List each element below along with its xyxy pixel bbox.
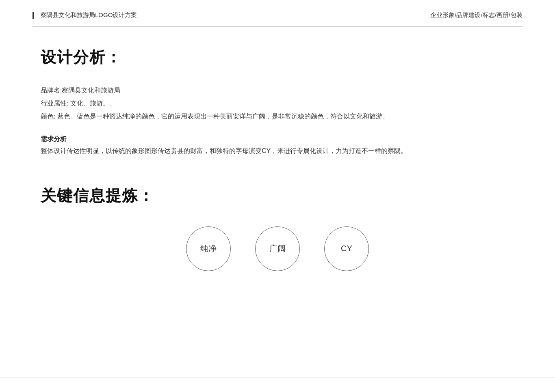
header: 察隅县文化和旅游局LOGO设计方案 企业形象/品牌建设/标志/画册/包装 xyxy=(33,0,522,27)
circle-label-broad: 广阔 xyxy=(269,243,286,254)
brand-name-line: 品牌名:察隅县文化和旅游局 xyxy=(41,84,514,97)
design-analysis-section: 设计分析： 品牌名:察隅县文化和旅游局 行业属性: 文化、旅游。。 颜色: 蓝色… xyxy=(41,47,514,157)
demand-body: 整体设计传达性明显，以传统的象形图形传达贵县的财富，和独特的字母演变CY，来进行… xyxy=(41,145,514,157)
key-info-section: 关键信息提炼： 纯净 广阔 CY xyxy=(41,185,514,271)
circle-item-cy: CY xyxy=(324,226,369,271)
demand-title: 需求分析 xyxy=(41,135,514,144)
color-line: 颜色: 蓝色。蓝色是一种豁达纯净的颜色，它的运用表现出一种美丽安详与广阔，是非常… xyxy=(41,110,514,123)
main-content: 设计分析： 品牌名:察隅县文化和旅游局 行业属性: 文化、旅游。。 颜色: 蓝色… xyxy=(33,27,522,287)
circle-item-broad: 广阔 xyxy=(255,226,300,271)
key-info-title: 关键信息提炼： xyxy=(41,185,514,206)
header-bar-icon xyxy=(33,12,34,19)
analysis-content: 品牌名:察隅县文化和旅游局 行业属性: 文化、旅游。。 颜色: 蓝色。蓝色是一种… xyxy=(41,84,514,123)
demand-section: 需求分析 整体设计传达性明显，以传统的象形图形传达贵县的财富，和独特的字母演变C… xyxy=(41,135,514,157)
header-title: 察隅县文化和旅游局LOGO设计方案 xyxy=(40,11,137,19)
footer xyxy=(0,377,555,392)
circle-item-pure: 纯净 xyxy=(186,226,231,271)
page-container: 察隅县文化和旅游局LOGO设计方案 企业形象/品牌建设/标志/画册/包装 设计分… xyxy=(0,0,555,392)
circles-container: 纯净 广阔 CY xyxy=(41,226,514,271)
header-left: 察隅县文化和旅游局LOGO设计方案 xyxy=(33,11,137,19)
circle-label-cy: CY xyxy=(341,244,352,253)
header-right: 企业形象/品牌建设/标志/画册/包装 xyxy=(430,11,522,19)
circle-label-pure: 纯净 xyxy=(200,243,217,254)
design-analysis-title: 设计分析： xyxy=(41,47,514,68)
industry-line: 行业属性: 文化、旅游。。 xyxy=(41,97,514,110)
